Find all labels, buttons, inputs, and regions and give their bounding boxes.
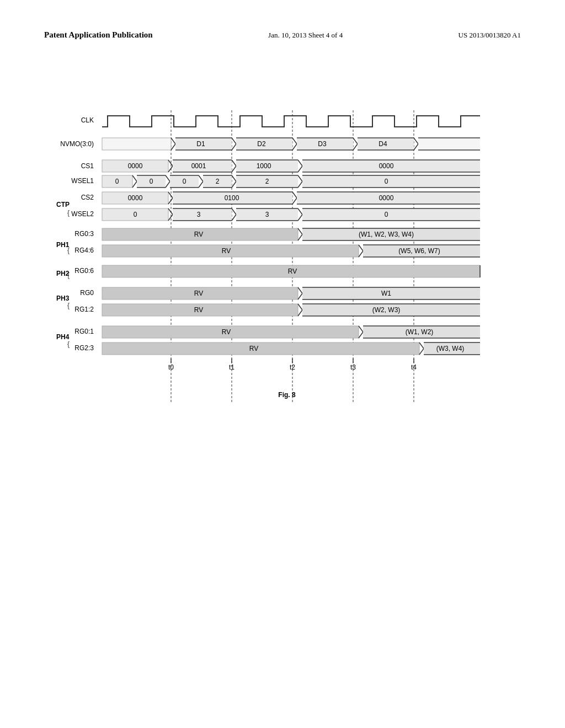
- svg-line-171: [419, 342, 424, 349]
- svg-text:0: 0: [134, 211, 137, 218]
- svg-line-25: [353, 144, 358, 150]
- svg-text:0000: 0000: [379, 194, 394, 202]
- svg-line-77: [232, 181, 236, 188]
- svg-rect-169: [102, 342, 419, 355]
- svg-text:0001: 0001: [191, 162, 206, 170]
- svg-text:{: {: [67, 340, 70, 348]
- svg-rect-32: [418, 138, 480, 150]
- svg-text:0100: 0100: [225, 194, 239, 202]
- svg-line-147: [298, 293, 302, 299]
- svg-rect-118: [302, 208, 480, 221]
- svg-text:(W2, W3): (W2, W3): [372, 306, 401, 314]
- svg-text:{: {: [67, 209, 70, 217]
- svg-text:0000: 0000: [379, 162, 394, 170]
- svg-text:{: {: [67, 302, 70, 309]
- time-t4: t4: [411, 363, 417, 371]
- svg-line-51: [298, 166, 302, 172]
- rg12-label: RG1:2: [74, 306, 94, 313]
- svg-text:(W3, W4): (W3, W4): [436, 345, 465, 352]
- svg-text:D3: D3: [318, 140, 327, 148]
- svg-line-155: [298, 310, 302, 316]
- svg-text:0000: 0000: [128, 194, 143, 202]
- figure-label: Fig. 8: [278, 391, 296, 399]
- svg-line-7: [171, 144, 175, 150]
- header-patent: US 2013/0013820 A1: [459, 31, 521, 40]
- svg-text:RV: RV: [249, 345, 258, 352]
- svg-text:1000: 1000: [257, 162, 271, 170]
- svg-text:0: 0: [385, 178, 388, 185]
- wsel2-label: WSEL2: [71, 210, 94, 218]
- svg-line-134: [359, 251, 363, 257]
- wsel1-label: WSEL1: [71, 177, 94, 185]
- svg-line-65: [166, 181, 170, 188]
- rg03-label: RG0:3: [74, 230, 94, 238]
- svg-line-83: [298, 181, 302, 188]
- ctp-label: CTP: [56, 201, 70, 208]
- svg-text:{: {: [67, 271, 70, 279]
- svg-line-163: [359, 326, 363, 332]
- svg-line-104: [168, 208, 173, 215]
- svg-line-76: [232, 175, 236, 181]
- svg-text:RV: RV: [194, 231, 203, 238]
- rg06-label: RG0:6: [74, 267, 94, 275]
- svg-line-59: [132, 181, 137, 188]
- svg-line-6: [171, 138, 175, 144]
- rg0-label: RG0: [80, 289, 94, 297]
- svg-text:RV: RV: [222, 328, 231, 336]
- svg-line-90: [168, 192, 173, 198]
- svg-line-18: [292, 138, 297, 144]
- time-t2: t2: [290, 363, 295, 371]
- svg-line-105: [168, 215, 173, 221]
- svg-text:D4: D4: [379, 140, 387, 148]
- cs1-label: CS1: [81, 162, 94, 170]
- svg-line-146: [298, 287, 302, 293]
- svg-text:D2: D2: [257, 140, 266, 148]
- svg-text:RV: RV: [194, 306, 203, 314]
- timing-svg: text { font-family: Arial, sans-serif; f…: [44, 110, 530, 430]
- svg-line-70: [199, 175, 203, 181]
- svg-line-39: [168, 166, 173, 172]
- svg-text:RV: RV: [194, 290, 203, 297]
- cs2-label: CS2: [81, 194, 94, 201]
- svg-rect-148: [302, 287, 480, 299]
- svg-line-172: [419, 349, 424, 355]
- svg-line-96: [292, 192, 297, 198]
- page: Patent Application Publication Jan. 10, …: [0, 0, 565, 728]
- svg-line-13: [232, 144, 236, 150]
- svg-line-71: [199, 181, 203, 188]
- svg-rect-84: [302, 175, 480, 188]
- svg-text:D1: D1: [196, 140, 205, 148]
- svg-text:0: 0: [183, 178, 186, 185]
- svg-rect-5: [102, 138, 171, 150]
- svg-text:(W5, W6, W7): (W5, W6, W7): [398, 247, 440, 255]
- svg-line-44: [232, 160, 236, 166]
- svg-line-164: [359, 332, 363, 338]
- svg-line-58: [132, 175, 137, 181]
- svg-text:(W1, W2, W3, W4): (W1, W2, W3, W4): [359, 231, 414, 238]
- svg-line-31: [414, 144, 418, 150]
- svg-rect-106: [173, 208, 232, 221]
- svg-text:2: 2: [216, 178, 220, 185]
- ph4-label: PH4: [56, 333, 70, 341]
- svg-text:{: {: [67, 247, 70, 254]
- svg-text:W1: W1: [381, 290, 391, 297]
- svg-line-117: [298, 215, 302, 221]
- svg-line-125: [298, 228, 302, 234]
- svg-line-19: [292, 144, 297, 150]
- svg-line-97: [292, 198, 297, 204]
- svg-text:3: 3: [197, 211, 201, 218]
- svg-text:0: 0: [150, 178, 153, 185]
- svg-line-50: [298, 160, 302, 166]
- svg-line-12: [232, 138, 236, 144]
- time-t1: t1: [229, 363, 234, 371]
- svg-text:(W1, W2): (W1, W2): [406, 328, 434, 336]
- svg-line-45: [232, 166, 236, 172]
- header-title: Patent Application Publication: [44, 30, 153, 40]
- rg01-label: RG0:1: [74, 328, 94, 335]
- nvmo-label: NVMO(3:0): [60, 140, 94, 148]
- time-t0: t0: [168, 363, 174, 371]
- svg-line-64: [166, 175, 170, 181]
- svg-line-133: [359, 245, 363, 251]
- rg23-label: RG2:3: [74, 344, 94, 352]
- timing-diagram: text { font-family: Arial, sans-serif; f…: [44, 110, 530, 430]
